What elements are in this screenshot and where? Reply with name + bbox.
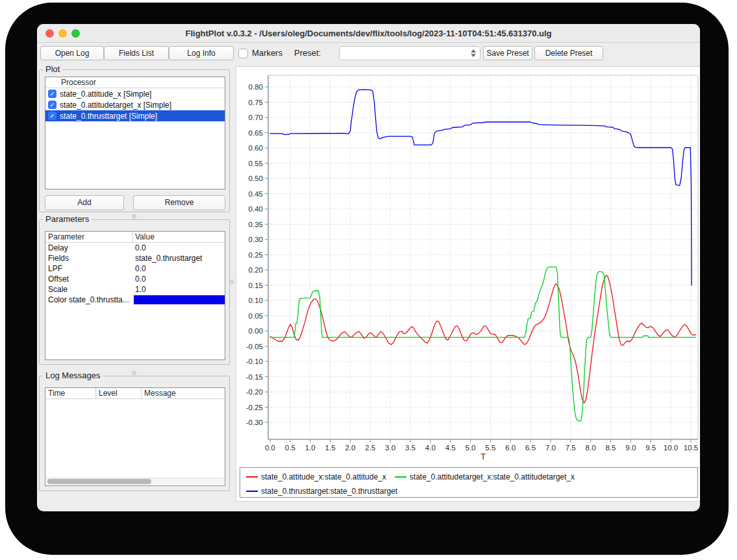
svg-text:7.5: 7.5 (566, 444, 576, 452)
processor-row[interactable]: ✓state_0.attitudetarget_x [Simple] (45, 99, 225, 110)
fields-list-button[interactable]: Fields List (104, 46, 169, 60)
parameter-name: Color state_0.thrustta... (48, 295, 129, 305)
combobox-stepper-icon[interactable] (469, 48, 477, 58)
svg-text:10.5: 10.5 (684, 444, 698, 452)
processor-label: state_0.attitudetarget_x [Simple] (60, 100, 171, 110)
processor-label: state_0.attitude_x [Simple] (60, 89, 151, 99)
legend-label: state_0.attitudetarget_x:state_0.attitud… (410, 472, 575, 481)
svg-text:0.10: 0.10 (249, 297, 263, 304)
remove-button[interactable]: Remove (133, 195, 225, 210)
svg-text:0.35: 0.35 (249, 221, 263, 228)
legend-entry: state_0.thrusttarget:state_0.thrusttarge… (246, 487, 397, 496)
legend-label: state_0.attitude_x:state_0.attitude_x (261, 472, 386, 481)
svg-text:0.15: 0.15 (249, 282, 263, 289)
legend-line-swatch (246, 476, 258, 478)
plot-group-title: Plot (43, 64, 62, 74)
column-divider (95, 388, 96, 399)
color-parameter-row[interactable]: Color state_0.thrustta... (45, 295, 225, 305)
preset-combobox[interactable] (339, 46, 481, 60)
svg-text:6.5: 6.5 (525, 444, 536, 452)
legend-line-swatch (246, 491, 258, 492)
legend-line-swatch (395, 476, 406, 478)
chart-legend: state_0.attitude_x:state_0.attitude_xsta… (240, 467, 698, 498)
svg-text:0.75: 0.75 (249, 99, 263, 106)
preset-label: Preset: (294, 48, 321, 58)
log-info-button[interactable]: Log Info (169, 46, 234, 60)
svg-text:-0.30: -0.30 (246, 419, 263, 426)
processor-column-header: Processor (45, 77, 225, 88)
svg-text:5.5: 5.5 (485, 444, 495, 452)
parameter-name: Fields (48, 253, 69, 263)
parameters-table[interactable]: Parameter Value Delay0.0Fieldsstate_0.th… (45, 231, 225, 360)
log-messages-group: Log Messages Time Level Message (39, 376, 230, 491)
svg-text:0.0: 0.0 (265, 444, 275, 452)
processor-row[interactable]: ✓state_0.thrusttarget [Simple] (45, 110, 225, 121)
column-divider (141, 388, 142, 399)
flightplot-window: FlightPlot v.0.3.2 - /Users/oleg/Documen… (37, 24, 700, 511)
svg-text:-0.20: -0.20 (246, 388, 263, 396)
zoom-window-button[interactable] (71, 29, 80, 38)
svg-text:0.05: 0.05 (249, 312, 263, 320)
svg-text:1.5: 1.5 (325, 444, 336, 452)
splitter-handle[interactable] (132, 214, 136, 219)
svg-text:-0.05: -0.05 (246, 343, 263, 350)
processor-checkbox[interactable]: ✓ (48, 101, 56, 109)
processor-checkbox[interactable]: ✓ (48, 90, 56, 98)
parameters-header: Parameter Value (45, 232, 225, 243)
minimize-window-button[interactable] (58, 29, 67, 38)
processor-row[interactable]: ✓state_0.attitude_x [Simple] (45, 88, 225, 99)
vertical-splitter-handle[interactable] (229, 280, 234, 284)
splitter-handle[interactable] (132, 371, 136, 375)
parameter-row[interactable]: Scale1.0 (45, 284, 225, 295)
markers-label: Markers (252, 48, 282, 58)
svg-text:4.0: 4.0 (425, 444, 436, 452)
svg-text:6.0: 6.0 (505, 444, 516, 452)
parameter-name: Delay (48, 243, 68, 253)
delete-preset-button[interactable]: Delete Preset (534, 46, 603, 60)
legend-entry: state_0.attitudetarget_x:state_0.attitud… (395, 472, 575, 481)
screenshot-canvas: FlightPlot v.0.3.2 - /Users/oleg/Documen… (0, 0, 737, 560)
markers-checkbox[interactable] (238, 49, 248, 58)
parameter-name: Scale (48, 284, 68, 295)
color-swatch[interactable] (134, 295, 225, 304)
svg-text:9.5: 9.5 (645, 444, 656, 452)
parameter-row[interactable]: Fieldsstate_0.thrusttarget (45, 253, 225, 263)
processor-checkbox[interactable]: ✓ (48, 112, 56, 120)
svg-text:0.50: 0.50 (249, 175, 263, 182)
close-window-button[interactable] (45, 29, 54, 38)
open-log-button[interactable]: Open Log (40, 46, 104, 60)
column-divider (132, 232, 133, 243)
parameter-row[interactable]: Delay0.0 (45, 243, 225, 253)
parameter-name: LPF (48, 263, 62, 274)
svg-text:0.80: 0.80 (249, 83, 263, 91)
parameter-row[interactable]: Offset0.0 (45, 274, 225, 284)
parameter-name: Offset (48, 274, 69, 284)
traffic-lights (45, 29, 80, 38)
log-messages-table[interactable]: Time Level Message (45, 387, 225, 486)
parameter-value: state_0.thrusttarget (135, 253, 202, 263)
processor-table[interactable]: Processor ✓state_0.attitude_x [Simple]✓s… (45, 77, 225, 189)
horizontal-scrollbar[interactable] (46, 478, 224, 485)
svg-text:0.30: 0.30 (249, 236, 263, 243)
chart-panel[interactable]: -0.30-0.25-0.20-0.15-0.10-0.050.000.050.… (236, 66, 700, 502)
parameter-value: 0.0 (135, 243, 146, 253)
flight-chart[interactable]: -0.30-0.25-0.20-0.15-0.10-0.050.000.050.… (236, 67, 700, 502)
scrollbar-thumb[interactable] (47, 479, 151, 484)
legend-entry: state_0.attitude_x:state_0.attitude_x (246, 472, 386, 481)
svg-text:7.0: 7.0 (545, 444, 556, 452)
svg-text:0.55: 0.55 (249, 160, 263, 167)
svg-text:8.0: 8.0 (586, 444, 596, 452)
value-column-header: Value (135, 232, 155, 242)
parameters-group-title: Parameters (43, 214, 92, 224)
save-preset-button[interactable]: Save Preset (483, 46, 532, 60)
parameters-group: Parameters Parameter Value Delay0.0Field… (39, 219, 230, 365)
svg-text:0.20: 0.20 (249, 266, 263, 274)
svg-text:4.5: 4.5 (445, 444, 456, 452)
svg-text:0.40: 0.40 (249, 205, 263, 213)
parameter-row[interactable]: LPF0.0 (45, 263, 225, 274)
svg-text:-0.25: -0.25 (246, 404, 263, 411)
svg-text:5.0: 5.0 (466, 444, 476, 452)
svg-text:0.60: 0.60 (249, 144, 263, 152)
legend-label: state_0.thrusttarget:state_0.thrusttarge… (261, 487, 397, 496)
add-button[interactable]: Add (45, 195, 124, 210)
